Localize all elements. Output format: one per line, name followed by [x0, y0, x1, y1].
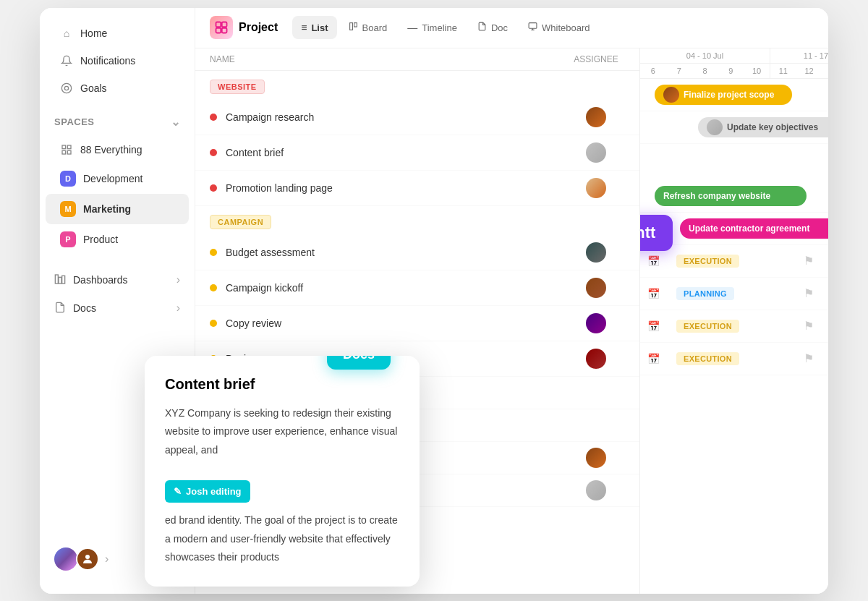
svg-point-0: [61, 83, 71, 93]
task-dot: [210, 114, 217, 121]
avatar: [586, 278, 606, 298]
task-dot: [210, 320, 217, 327]
gantt-bar-avatar: [707, 119, 723, 135]
doc-icon: [477, 22, 487, 33]
header-tabs: Project ≡ List Board — Timeline Doc: [195, 8, 828, 48]
website-label: WEBSITE: [210, 80, 265, 94]
flag-icon: ⚑: [804, 351, 814, 365]
gantt-row: 📅 EXECUTION ⚑: [640, 310, 828, 343]
flag-icon: ⚑: [804, 286, 814, 300]
svg-point-1: [64, 86, 68, 90]
sidebar-label-home: Home: [80, 27, 107, 39]
task-row[interactable]: Copy review: [195, 306, 639, 341]
sidebar-item-notifications[interactable]: Notifications: [46, 47, 189, 74]
avatar: [586, 107, 606, 127]
docs-panel-text: XYZ Company is seeking to redesign their…: [165, 404, 399, 566]
gantt-bubble[interactable]: Gantt: [640, 215, 673, 251]
sidebar-item-product[interactable]: P Product: [46, 224, 189, 255]
sidebar-item-dashboards[interactable]: Dashboards: [40, 266, 195, 294]
task-assignee: [567, 178, 625, 198]
gantt-header: 04 - 10 Jul 6 7 8 9 10 11 - 17 Jul 11: [640, 48, 828, 79]
development-label: Development: [83, 173, 143, 184]
svg-rect-14: [349, 23, 352, 30]
gantt-tag: EXECUTION: [676, 352, 739, 365]
sidebar-item-docs[interactable]: Docs: [40, 294, 195, 323]
project-title: Project: [239, 21, 278, 34]
tab-list[interactable]: ≡ List: [292, 16, 336, 39]
gantt-bar-update-key[interactable]: Update key objectives: [698, 117, 828, 137]
home-icon: [60, 27, 73, 40]
goal-icon: [60, 82, 73, 95]
board-icon: [349, 22, 358, 33]
sidebar-item-marketing[interactable]: M Marketing: [46, 194, 189, 224]
campaign-section-header: CAMPAIGN: [195, 206, 639, 235]
user-avatar: [76, 547, 99, 571]
sidebar-item-everything[interactable]: 88 Everything: [46, 136, 189, 163]
gantt-bar-label: Update contractor agreement: [689, 223, 809, 234]
campaign-label: CAMPAIGN: [210, 215, 271, 229]
col-assignee-header: ASSIGNEE: [567, 54, 625, 64]
spaces-collapse-icon[interactable]: [171, 115, 181, 129]
gantt-day: 11: [770, 64, 796, 78]
svg-point-9: [85, 555, 90, 559]
sidebar-item-development[interactable]: D Development: [46, 163, 189, 194]
docs-panel: Content brief XYZ Company is seeking to …: [145, 356, 420, 587]
gantt-day: 8: [692, 64, 718, 78]
column-header: NAME ASSIGNEE: [195, 48, 639, 71]
sidebar-label-notifications: Notifications: [80, 55, 135, 67]
gantt-tag: PLANNING: [676, 287, 734, 300]
avatar: [586, 178, 606, 198]
task-row[interactable]: Campaign research: [195, 100, 639, 135]
tab-timeline[interactable]: — Timeline: [399, 16, 466, 39]
avatar: [586, 242, 606, 263]
docs-text-2: ed brand identity. The goal of the proje…: [165, 511, 399, 566]
calendar-icon: 📅: [647, 353, 660, 365]
task-row[interactable]: Promotion landing page: [195, 171, 639, 206]
task-name: Content brief: [226, 147, 567, 158]
user-chevron-icon[interactable]: ›: [105, 553, 109, 566]
sidebar-item-goals[interactable]: Goals: [46, 74, 189, 102]
marketing-badge: M: [60, 201, 76, 217]
svg-rect-5: [67, 150, 71, 154]
task-row[interactable]: Content brief: [195, 135, 639, 171]
tab-whiteboard[interactable]: Whiteboard: [519, 16, 598, 39]
task-dot: [210, 149, 217, 156]
gantt-bar-refresh[interactable]: Refresh company website: [655, 186, 807, 206]
gantt-bar-finalize[interactable]: Finalize project scope: [655, 85, 792, 105]
task-row[interactable]: Campaign kickoff: [195, 270, 639, 306]
calendar-icon: 📅: [647, 255, 660, 267]
svg-rect-2: [62, 145, 66, 149]
marketing-label: Marketing: [83, 203, 131, 215]
task-assignee: [567, 313, 625, 333]
calendar-icon: 📅: [647, 320, 660, 332]
tab-doc[interactable]: Doc: [469, 16, 516, 39]
tab-board[interactable]: Board: [340, 16, 396, 39]
gantt-day: 7: [666, 64, 692, 78]
task-assignee: [567, 107, 625, 127]
user-avatar-gradient: [54, 547, 77, 571]
list-icon: ≡: [301, 22, 307, 33]
task-dot: [210, 184, 217, 192]
gantt-bar-contractor[interactable]: Update contractor agreement: [680, 218, 828, 239]
task-dot: [210, 284, 217, 291]
gantt-row: Refresh company website: [640, 180, 828, 213]
spaces-header: Spaces: [40, 108, 195, 136]
whiteboard-icon: [528, 22, 537, 33]
gantt-day: 12: [796, 64, 822, 78]
dashboards-icon: [54, 273, 66, 287]
gantt-area: 04 - 10 Jul 6 7 8 9 10 11 - 17 Jul 11: [640, 48, 828, 594]
docs-label: Docs: [73, 302, 96, 314]
grid-icon: [60, 143, 73, 156]
gantt-row: 📅 PLANNING ⚑: [640, 278, 828, 310]
docs-bubble[interactable]: Docs: [327, 356, 391, 370]
gantt-tag: EXECUTION: [676, 320, 739, 333]
gantt-bar-avatar: [663, 87, 679, 103]
task-name: Copy review: [226, 317, 567, 329]
docs-icon: [54, 302, 66, 315]
sidebar-item-home[interactable]: Home: [46, 20, 189, 47]
task-row[interactable]: Budget assessment: [195, 235, 639, 270]
task-assignee: [567, 480, 625, 500]
gantt-bar-label: Update key objectives: [727, 122, 818, 132]
avatar: [586, 448, 606, 468]
gantt-row: 📅 EXECUTION ⚑: [640, 343, 828, 375]
